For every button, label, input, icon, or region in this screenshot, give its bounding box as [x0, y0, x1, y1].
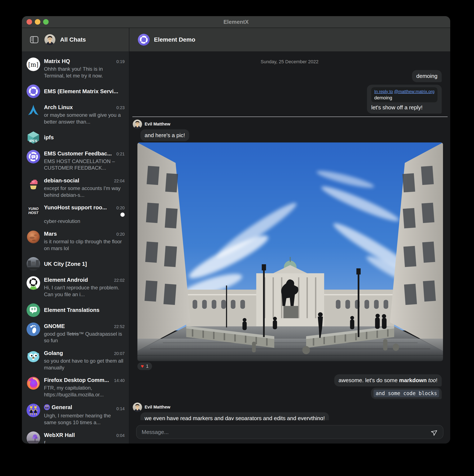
sender-name: Evil Matthew — [145, 405, 170, 409]
chat-preview: cyber-revolution — [44, 218, 125, 225]
sidebar-title: All Chats — [60, 36, 86, 43]
reply-to-link[interactable]: In reply to — [374, 89, 393, 94]
sidebar-toggle-icon[interactable] — [30, 36, 38, 43]
message-bubble[interactable]: and here's a pic! — [140, 129, 189, 141]
chat-name: debian-social — [44, 177, 111, 184]
message-incoming[interactable]: we even have read markers and day separa… — [140, 412, 442, 420]
chat-avatar — [27, 431, 40, 443]
message-composer[interactable] — [136, 425, 443, 439]
chat-avatar — [27, 323, 40, 336]
minimize-button[interactable] — [35, 19, 40, 25]
chat-timestamp: 22:04 — [114, 179, 125, 184]
chat-preview: Urgh, I remember hearing the same songs … — [44, 412, 125, 426]
chat-name: WebXR Hall — [44, 432, 114, 438]
chat-timestamp: 22:52 — [114, 324, 125, 329]
reply-body: let's show off a reply! — [371, 104, 438, 111]
chat-list-item[interactable]: YUNOHOST YunoHost support roo... 0:20 cy… — [22, 201, 129, 227]
chat-timestamp: 0:20 — [116, 205, 125, 210]
chat-list-item[interactable]: debian-social 22:04 except for some acco… — [22, 174, 129, 201]
chat-list-item[interactable]: GNOME 22:52 good god Tetris™ Quadrapasse… — [22, 320, 129, 347]
chat-preview: is it normal to clip through the floor o… — [44, 238, 125, 252]
message-outgoing-code[interactable]: and some code blocks — [137, 388, 442, 399]
chat-list: [m] Matrix HQ 0:19 Ohhh thank you! This … — [22, 51, 129, 443]
room-name: Element Demo — [154, 36, 195, 43]
room-avatar — [138, 34, 150, 46]
chat-list-item[interactable]: Element Android 22:02 Hi, I can't reprod… — [22, 273, 129, 300]
chat-list-item[interactable]: General 0:14 Urgh, I remember hearing th… — [22, 401, 129, 429]
chat-preview: Ohhh thank you! This is in Terminal, let… — [44, 66, 125, 79]
attachment-image[interactable] — [137, 142, 443, 361]
chat-name: Mars — [44, 231, 114, 237]
svg-text:[m]: [m] — [28, 61, 38, 68]
message-outgoing-markdown[interactable]: awesome. let's do some markdown too! — [137, 374, 442, 386]
zoom-button[interactable] — [43, 19, 49, 25]
chat-timestamp: 22:02 — [114, 278, 125, 283]
message-bubble[interactable]: and some code blocks — [371, 388, 442, 399]
svg-text:YUNO: YUNO — [28, 207, 38, 211]
chat-name: Element Translations — [44, 307, 100, 313]
chat-avatar: YUNOHOST — [27, 204, 40, 217]
chat-list-item[interactable]: UK City [Zone 1] — [22, 254, 129, 273]
reaction-pill[interactable]: ♥ 1 — [137, 362, 152, 370]
chat-list-item[interactable]: EMS Customer Feedbac... 0:21 EMS HOST CA… — [22, 147, 129, 174]
app-window: ElementX All Chats Element Demo [m] Matr… — [22, 16, 450, 443]
day-separator: Sunday, 25 December 2022 — [137, 59, 442, 65]
sender-avatar[interactable] — [133, 403, 142, 412]
chat-preview: so you dont have to go get them all manu… — [44, 357, 125, 371]
chat-list-item[interactable]: EMS (Element Matrix Servi... — [22, 82, 129, 101]
message-outgoing[interactable]: demoing — [137, 70, 442, 82]
user-avatar[interactable] — [44, 34, 55, 45]
chat-timestamp: 0:23 — [116, 105, 125, 110]
chat-list-item[interactable]: WebXR Hall 0:04 f — [22, 429, 129, 443]
chat-preview: Hi, I can't reproduce the problem. Can y… — [44, 284, 125, 298]
chat-avatar — [27, 150, 40, 164]
chat-name: Golang — [44, 350, 111, 357]
message-bubble[interactable]: demoing — [412, 70, 442, 82]
chat-list-item[interactable]: Golang 20:07 so you dont have to go get … — [22, 347, 129, 374]
inline-code: and some code blocks — [373, 390, 439, 397]
chat-list-item[interactable]: Arch Linux 0:23 or maybe someone will gi… — [22, 101, 129, 128]
message-timeline[interactable]: Sunday, 25 December 2022 demoing In repl… — [129, 51, 450, 420]
chat-avatar — [27, 257, 40, 271]
message-outgoing-reply[interactable]: In reply to @matthew:matrix.org demoing … — [137, 85, 442, 114]
chat-list-item[interactable]: Firefox Desktop Comm... 14:40 FTR, my ca… — [22, 374, 129, 401]
chat-name: Element Android — [44, 277, 111, 283]
unread-badge — [121, 213, 125, 217]
chat-avatar — [27, 376, 40, 390]
message-bubble[interactable]: we even have read markers and day separa… — [140, 412, 329, 420]
chat-name: GNOME — [44, 323, 111, 329]
chat-avatar: IPFS — [27, 131, 40, 144]
message-incoming[interactable]: and here's a pic! — [140, 129, 442, 141]
chat-name: Firefox Desktop Comm... — [44, 377, 111, 383]
dancers-icon — [44, 404, 50, 410]
chat-preview: good god Tetris™ Quadrapassel is so fun — [44, 331, 125, 344]
reply-user-link[interactable]: @matthew:matrix.org — [394, 89, 435, 94]
read-marker — [132, 117, 448, 117]
chat-avatar — [27, 303, 40, 317]
window-controls — [27, 16, 49, 28]
chat-list-item[interactable]: IPFS ipfs — [22, 128, 129, 147]
sender-avatar[interactable] — [133, 119, 142, 129]
message-input[interactable] — [141, 429, 431, 436]
chat-area: Sunday, 25 December 2022 demoing In repl… — [129, 51, 450, 443]
chat-timestamp: 20:07 — [114, 351, 125, 356]
sender-row: Evil Matthew — [133, 403, 442, 412]
message-bubble[interactable]: In reply to @matthew:matrix.org demoing … — [367, 85, 442, 114]
chat-list-item[interactable]: [m] Matrix HQ 0:19 Ohhh thank you! This … — [22, 55, 129, 82]
window-title: ElementX — [223, 19, 249, 25]
chat-name: EMS (Element Matrix Servi... — [44, 88, 118, 95]
chat-name: EMS Customer Feedbac... — [44, 150, 114, 157]
reply-quote[interactable]: In reply to @matthew:matrix.org demoing — [371, 87, 438, 102]
close-button[interactable] — [27, 19, 32, 25]
svg-text:IPFS: IPFS — [29, 139, 37, 143]
chat-list-item[interactable]: Mars 0:20 is it normal to clip through t… — [22, 227, 129, 254]
chat-name: ipfs — [44, 134, 54, 141]
chat-list-item[interactable]: Element Translations — [22, 301, 129, 320]
chat-name: General — [44, 404, 114, 411]
send-icon[interactable] — [431, 428, 438, 436]
message-bubble[interactable]: awesome. let's do some markdown too! — [334, 374, 442, 386]
room-header[interactable]: Element Demo — [129, 28, 450, 51]
chat-name: YunoHost support roo... — [44, 204, 114, 211]
chat-avatar — [27, 85, 40, 98]
chat-name: Matrix HQ — [44, 58, 114, 65]
